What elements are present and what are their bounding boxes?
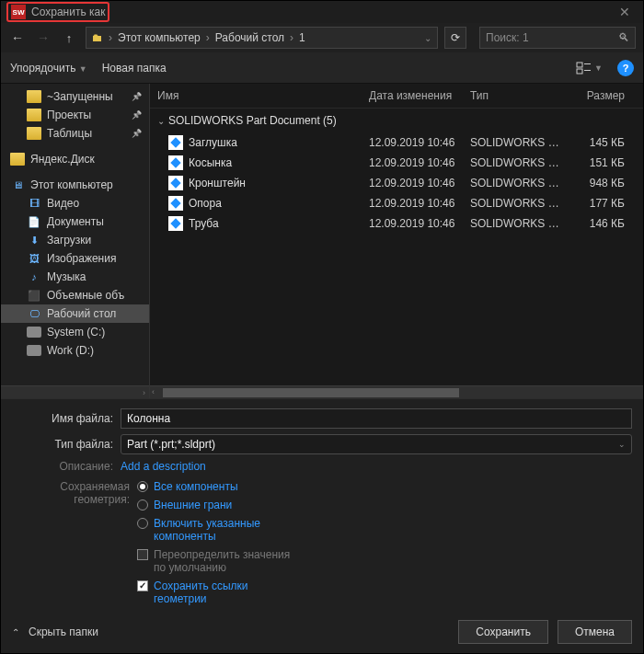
sidebar-item-label: Загрузки xyxy=(47,234,91,247)
back-button[interactable]: ← xyxy=(8,30,27,45)
checkbox-icon xyxy=(137,549,148,560)
radio-icon xyxy=(137,518,148,529)
opt-override-defaults[interactable]: Переопределить значения по умолчанию xyxy=(137,548,303,574)
checkbox-icon xyxy=(137,580,148,591)
file-date: 12.09.2019 10:46 xyxy=(369,217,470,230)
column-headers[interactable]: Имя Дата изменения Тип Размер xyxy=(150,84,643,109)
forward-button[interactable]: → xyxy=(34,30,52,45)
opt-save-links[interactable]: Сохранить ссылки геометрии xyxy=(137,579,303,605)
opt-external-faces[interactable]: Внешние грани xyxy=(137,499,303,511)
sidebar-item[interactable]: 🎞Видео xyxy=(1,194,149,212)
filename-input[interactable] xyxy=(121,408,632,429)
titlebar: SW Сохранить как ✕ xyxy=(1,1,643,23)
sidebar-item-label: Объемные объ xyxy=(47,289,124,302)
sidebar-item[interactable]: ⬇Загрузки xyxy=(1,231,149,249)
file-name: Опора xyxy=(189,197,222,210)
opt-include-components[interactable]: Включить указанные компоненты xyxy=(137,517,303,543)
hide-folders-button[interactable]: Скрыть папки xyxy=(29,625,98,638)
file-size: 145 КБ xyxy=(566,136,625,149)
chevron-up-icon: ⌃ xyxy=(12,627,19,637)
form-area: Имя файла: Тип файла: Part (*.prt;*.sldp… xyxy=(1,398,643,613)
sidebar-item-label: Work (D:) xyxy=(47,344,94,357)
sidebar-item-label: Яндекс.Диск xyxy=(30,153,95,166)
file-row[interactable]: Косынка12.09.2019 10:46SOLIDWORKS Part..… xyxy=(150,153,643,173)
footer: ⌃ Скрыть папки Сохранить Отмена xyxy=(1,613,643,653)
group-header[interactable]: ⌄ SOLIDWORKS Part Document (5) xyxy=(150,109,643,132)
col-date[interactable]: Дата изменения xyxy=(369,89,470,102)
breadcrumb[interactable]: 🖿 › Этот компьютер › Рабочий стол › 1 ⌄ xyxy=(86,27,438,49)
file-icon xyxy=(168,176,183,190)
sidebar-item[interactable]: Таблицы xyxy=(1,124,149,143)
path-segment[interactable]: Этот компьютер xyxy=(118,31,201,44)
description-link[interactable]: Add a description xyxy=(121,460,206,473)
file-type: SOLIDWORKS Part... xyxy=(470,136,566,149)
sidebar-item-label: Рабочий стол xyxy=(47,307,116,320)
sidebar-item[interactable]: 📄Документы xyxy=(1,212,149,231)
view-button[interactable]: ▼ xyxy=(576,62,603,75)
sidebar-item[interactable]: ~Запущенны xyxy=(1,87,149,106)
sidebar: ~ЗапущенныПроектыТаблицыЯндекс.Диск🖥Этот… xyxy=(1,84,150,398)
filename-label: Имя файла: xyxy=(12,412,113,425)
sidebar-item[interactable]: 🖵Рабочий стол xyxy=(1,304,149,323)
sidebar-item[interactable]: Проекты xyxy=(1,106,149,124)
sidebar-item-label: ~Запущенны xyxy=(47,90,113,103)
file-row[interactable]: Кронштейн12.09.2019 10:46SOLIDWORKS Part… xyxy=(150,173,643,193)
sidebar-item[interactable]: System (C:) xyxy=(1,323,149,341)
sidebar-item[interactable]: ⬛Объемные объ xyxy=(1,286,149,304)
col-type[interactable]: Тип xyxy=(470,89,566,102)
file-type: SOLIDWORKS Part... xyxy=(470,156,566,169)
filetype-select[interactable]: Part (*.prt;*.sldprt)⌄ xyxy=(121,434,632,454)
h-scrollbar[interactable]: ‹ xyxy=(150,385,643,398)
sidebar-item-label: Этот компьютер xyxy=(30,178,113,191)
cancel-button[interactable]: Отмена xyxy=(558,620,632,644)
sidebar-item-label: Изображения xyxy=(47,252,116,265)
sidebar-item[interactable]: 🖼Изображения xyxy=(1,249,149,268)
new-folder-button[interactable]: Новая папка xyxy=(102,62,167,75)
window-title: Сохранить как xyxy=(31,6,105,18)
file-date: 12.09.2019 10:46 xyxy=(369,136,470,149)
radio-icon xyxy=(137,481,148,492)
file-icon xyxy=(168,196,183,211)
up-button[interactable]: ↑ xyxy=(60,31,78,45)
svg-rect-0 xyxy=(577,63,582,67)
file-size: 948 КБ xyxy=(566,177,625,189)
svg-rect-1 xyxy=(584,63,591,64)
sidebar-item[interactable]: Яндекс.Диск xyxy=(1,150,149,168)
file-row[interactable]: Заглушка12.09.2019 10:46SOLIDWORKS Part.… xyxy=(150,132,643,153)
chevron-down-icon: ⌄ xyxy=(157,116,165,126)
save-button[interactable]: Сохранить xyxy=(458,620,548,644)
refresh-button[interactable]: ⟳ xyxy=(444,27,466,49)
sidebar-item[interactable]: Work (D:) xyxy=(1,341,149,360)
folder-icon: 🖿 xyxy=(92,31,103,44)
file-date: 12.09.2019 10:46 xyxy=(369,197,470,210)
col-size[interactable]: Размер xyxy=(566,89,625,102)
search-icon: 🔍︎ xyxy=(618,31,629,44)
sidebar-item-label: Таблицы xyxy=(47,127,92,140)
sidebar-item-label: Музыка xyxy=(47,270,86,283)
description-label: Описание: xyxy=(12,460,113,473)
file-type: SOLIDWORKS Part... xyxy=(470,217,566,230)
sidebar-item[interactable]: ♪Музыка xyxy=(1,268,149,286)
sidebar-item[interactable]: 🖥Этот компьютер xyxy=(1,176,149,194)
navbar: ← → ↑ 🖿 › Этот компьютер › Рабочий стол … xyxy=(1,23,643,52)
file-icon xyxy=(168,216,183,231)
organize-button[interactable]: Упорядочить ▼ xyxy=(10,62,87,75)
path-segment[interactable]: Рабочий стол xyxy=(215,31,284,44)
help-icon[interactable]: ? xyxy=(617,60,634,76)
svg-rect-3 xyxy=(584,70,591,71)
svg-rect-2 xyxy=(577,69,582,74)
close-icon[interactable]: ✕ xyxy=(612,5,638,19)
search-placeholder: Поиск: 1 xyxy=(486,31,529,44)
filetype-label: Тип файла: xyxy=(12,438,113,451)
search-input[interactable]: Поиск: 1 🔍︎ xyxy=(479,27,636,49)
file-row[interactable]: Опора12.09.2019 10:46SOLIDWORKS Part...1… xyxy=(150,193,643,213)
file-size: 146 КБ xyxy=(566,217,625,230)
file-list: Имя Дата изменения Тип Размер ⌄ SOLIDWOR… xyxy=(150,84,643,398)
path-segment[interactable]: 1 xyxy=(299,31,305,44)
file-date: 12.09.2019 10:46 xyxy=(369,177,470,189)
opt-all-components[interactable]: Все компоненты xyxy=(137,480,303,493)
radio-icon xyxy=(137,499,148,511)
file-date: 12.09.2019 10:46 xyxy=(369,156,470,169)
col-name[interactable]: Имя xyxy=(157,89,369,102)
file-row[interactable]: Труба12.09.2019 10:46SOLIDWORKS Part...1… xyxy=(150,213,643,234)
